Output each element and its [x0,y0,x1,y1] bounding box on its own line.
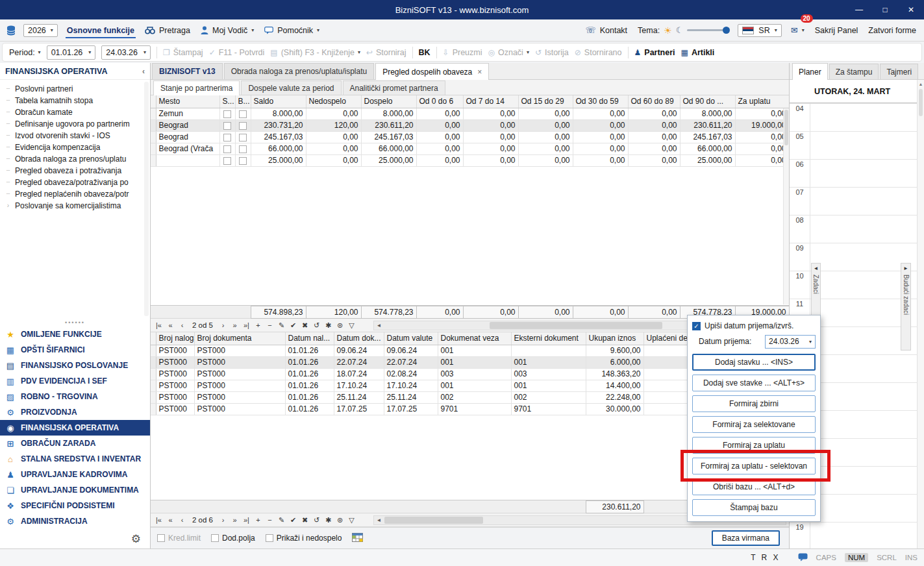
planner-slot[interactable]: 04 [790,103,917,131]
next-page-icon[interactable]: » [229,321,240,329]
column-header-od-0-do-6[interactable]: Od 0 do 6 [416,95,463,108]
checkbox[interactable] [223,157,231,165]
sidebar-module-finansijsko-poslovanje[interactable]: ▤FINANSIJSKO POSLOVANJE [0,358,150,373]
toolbar-button-bk[interactable]: BK [419,48,431,57]
popup-button-obri-i-bazu-alt-d[interactable]: Obriši bazu ... <ALT+d> [692,478,816,495]
tab-pregled-dospelih-obaveza[interactable]: Pregled dospelih obaveza× [375,63,489,80]
kontakt-button[interactable]: ☏ Kontakt [584,22,629,38]
edit-record-icon[interactable]: ✎ [276,321,287,330]
theme-dark-icon[interactable]: ☾ [676,25,684,35]
sidebar-module-robno-trgovina[interactable]: ▨ROBNO - TRGOVINA [0,389,150,404]
status-chat-icon[interactable] [798,553,808,563]
prior-record-icon[interactable]: ‹ [177,321,188,329]
table-row[interactable]: Beograd (Vrača66.000,000,0066.000,000,00… [151,143,789,154]
column-header-od-90-do[interactable]: Od 90 do ... [680,95,735,108]
column-header-dospelo[interactable]: Dospelo [361,95,416,108]
maximize-button[interactable]: □ [872,0,898,19]
popup-button-formiraj-za-uplatu-selektovan[interactable]: Formiraj za uplatu - selektovan [692,458,816,474]
planner-cell[interactable] [810,411,917,438]
settings-gear-icon[interactable]: ⚙ [131,532,141,546]
column-header-s[interactable]: S... [219,95,235,108]
prior-page-icon[interactable]: « [165,321,176,329]
tab-analiti-ki-promet-partnera[interactable]: Analitički promet partnera [343,80,445,95]
cancel-edit-icon[interactable]: ✖ [299,516,310,524]
table-row[interactable]: 25.000,000,0025.000,000,000,000,000,000,… [151,154,789,166]
checkbox[interactable] [211,534,219,542]
prior-page-icon[interactable]: « [165,516,176,524]
column-header-nedospelo[interactable]: Nedospelo [306,95,361,108]
column-header-dokumenat-veza[interactable]: Dokumenat veza [438,332,511,345]
minimize-button[interactable]: — [846,0,872,19]
tab-stanje-po-partnerima[interactable]: Stanje po partnerima [153,80,240,95]
column-header-mesto[interactable]: Mesto [156,95,219,108]
sidebar-tree-item-obrada-naloga-za-prenos-uplatu[interactable]: ┄Obrada naloga za prenos/uplatu [4,153,150,165]
column-header-ukupan-iznos[interactable]: Ukupan iznos [586,332,643,345]
column-header-od-15-do-29[interactable]: Od 15 do 29 [518,95,573,108]
planner-cell[interactable] [810,188,917,215]
post-edit-icon[interactable]: ✔ [288,321,299,330]
first-record-icon[interactable]: |« [153,321,164,329]
mail-button[interactable]: ✉ ▾ 20 [790,22,806,38]
sidebar-tree-item-evidencija-kompenzacija[interactable]: ┄Evidencija kompenzacija [4,142,150,153]
sidebar-tree-item-pregled-nepla-enih-obaveza-potr[interactable]: ┄Pregled neplaćenih obaveza/potr [4,188,150,200]
collapse-sidebar-icon[interactable]: ‹ [142,67,145,76]
filter-icon[interactable]: ▽ [346,321,357,330]
sidebar-module-administracija[interactable]: ⚙ADMINISTRACIJA [0,513,150,529]
next-page-icon[interactable]: » [229,516,240,524]
refresh-icon[interactable]: ↺ [311,516,322,524]
planner-slot[interactable]: 08 [790,215,917,243]
first-record-icon[interactable]: |« [153,516,164,524]
sidebar-tree-item-definisanje-ugovora-po-partnerim[interactable]: ┄Definisanje ugovora po partnerim [4,118,150,130]
planner-slot[interactable]: 10 [790,271,917,299]
layout-grid-icon[interactable] [352,533,363,544]
bookmark-icon[interactable]: ✱ [323,321,334,330]
splitter-handle[interactable]: •••••• [0,318,150,326]
theme-slider[interactable] [687,29,729,31]
planner-cell[interactable] [810,439,917,466]
checkbox[interactable] [239,145,247,153]
sidebar-module-proizvodnja[interactable]: ⚙PROIZVODNJA [0,404,150,420]
planner-cell[interactable] [810,523,917,548]
tab-planer[interactable]: Planer [792,63,828,80]
sidebar-module-upravljanje-kadrovima[interactable]: ♟UPRAVLJANJE KADROVIMA [0,467,150,482]
post-edit-icon[interactable]: ✔ [288,516,299,524]
table-row[interactable]: Zemun8.000,000,008.000,000,000,000,000,0… [151,108,789,119]
footer-checkbox-dod-polja[interactable]: Dod.polja [211,534,255,543]
year-select[interactable]: 2026 ▾ [23,24,58,37]
column-header-od-30-do-59[interactable]: Od 30 do 59 [573,95,628,108]
planner-cell[interactable] [810,383,917,410]
popup-button-dodaj-sve-stavke-alt-s[interactable]: Dodaj sve stavke ... <ALT+s> [692,375,816,391]
checkbox-checked-icon[interactable]: ✓ [692,322,701,330]
tab-za-tampu[interactable]: Za štampu [829,64,879,79]
checkbox[interactable] [223,134,231,142]
column-header-broj-dokumenta[interactable]: Broj dokumenta [194,332,285,345]
table-row[interactable]: Beograd245.167,030,00245.167,030,000,000… [151,131,789,143]
column-header-za-uplatu[interactable]: Za uplatu [735,95,789,108]
scroll-left-icon[interactable]: ◄ [374,323,384,328]
sidebar-tree-item-obra-un-kamate[interactable]: ┄Obračun kamate [4,106,150,118]
planner-slot[interactable]: 07 [790,187,917,215]
column-header-od-60-do-89[interactable]: Od 60 do 89 [628,95,680,108]
tab-obrada-naloga-za-prenos-uplatu-isplatu[interactable]: Obrada naloga za prenos/uplatu/isplatu [224,63,374,79]
planner-scrollbar[interactable]: ▲ [917,80,924,548]
sidebar-module-stalna-sredstva-i-inventar[interactable]: ⌂STALNA SREDSTVA I INVENTAR [0,451,150,467]
sidebar-module-upravljanje-dokumentima[interactable]: ❏UPRAVLJANJE DOKUMENTIMA [0,482,150,498]
tab-dospele-valute-za-period[interactable]: Dospele valute za period [241,80,341,95]
column-header-eksterni-dokument[interactable]: Eksterni dokument [511,332,586,345]
table-row[interactable]: Beograd230.731,20120,00230.611,200,000,0… [151,119,789,131]
close-tab-icon[interactable]: × [477,68,482,77]
column-header-saldo[interactable]: Saldo [251,95,306,108]
scrollbar-thumb[interactable] [919,89,923,116]
planner-slot[interactable]: 06 [790,159,917,187]
refresh-icon[interactable]: ↺ [311,321,322,330]
column-header-datum-nal[interactable]: Datum nal... [285,332,334,345]
theme-light-icon[interactable]: ☀ [664,25,672,36]
delete-record-icon[interactable]: − [264,516,275,524]
toolbar-button-partneri[interactable]: ♟Partneri [634,48,675,57]
buduci-zadaci-collapsed-panel[interactable]: ► Budući zadaci [901,263,911,351]
sidebar-module-op-ti-ifarnici[interactable]: ▦OPŠTI ŠIFARNICI [0,342,150,358]
tab-tajmeri[interactable]: Tajmeri [880,64,918,79]
checkbox[interactable] [266,534,273,542]
sidebar-tree-item-izvod-otvorenih-stavki-ios[interactable]: ┄Izvod otvorenih stavki - IOS [4,130,150,142]
chevron-left-icon[interactable]: ◄ [814,265,819,271]
